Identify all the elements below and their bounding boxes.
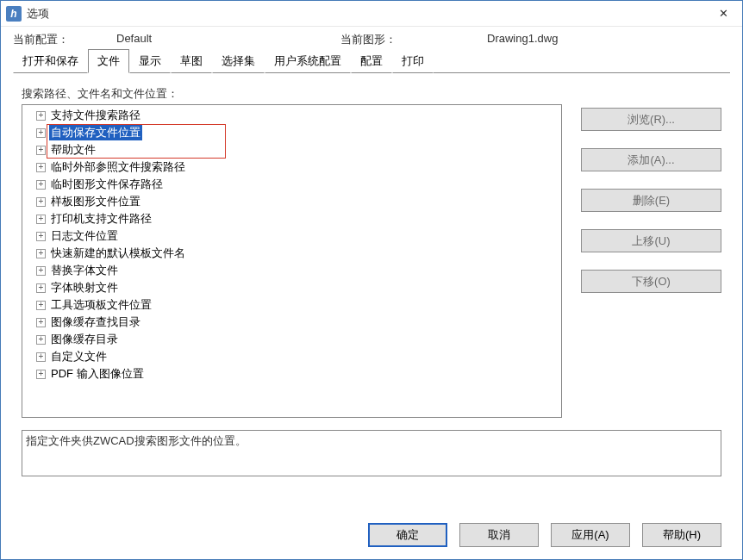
expand-icon[interactable]: + [36,163,46,172]
description-box: 指定文件夹供ZWCAD搜索图形文件的位置。 [22,430,721,476]
tree-item[interactable]: +字体映射文件 [22,279,561,296]
moveup-button[interactable]: 上移(U) [581,229,721,252]
expand-icon[interactable]: + [36,215,46,224]
tree-item-label: 工具选项板文件位置 [49,297,153,313]
footer: 确定 取消 应用(A) 帮助(H) [1,513,742,559]
expand-icon[interactable]: + [36,146,46,155]
tree-item[interactable]: +支持文件搜索路径 [22,107,561,124]
section-label: 搜索路径、文件名和文件位置： [22,86,721,102]
browse-button[interactable]: 浏览(R)... [581,108,721,131]
tree-item-label: PDF 输入图像位置 [49,366,146,382]
tab-7[interactable]: 打印 [392,49,434,73]
app-icon: h [6,6,22,22]
expand-icon[interactable]: + [36,128,46,138]
apply-button[interactable]: 应用(A) [551,523,630,547]
info-row: 当前配置： Default 当前图形： Drawing1.dwg [1,27,742,49]
tree-item-label: 图像缓存目录 [49,332,120,347]
tree-item[interactable]: +临时外部参照文件搜索路径 [22,159,561,176]
drawing-value: Drawing1.dwg [487,32,558,47]
ok-button[interactable]: 确定 [368,523,447,547]
drawing-label: 当前图形： [340,32,487,47]
tree-item-label: 自定义文件 [49,349,109,364]
tree-item[interactable]: +打印机支持文件路径 [22,210,561,227]
tab-5[interactable]: 用户系统配置 [265,49,351,73]
tree-item[interactable]: +帮助文件 [22,141,561,159]
cancel-button[interactable]: 取消 [459,523,539,547]
tree-item[interactable]: +PDF 输入图像位置 [22,365,561,383]
tab-3[interactable]: 草图 [171,49,212,73]
tab-4[interactable]: 选择集 [212,49,265,73]
tree-item-label: 支持文件搜索路径 [49,108,142,123]
profile-value: Default [116,32,340,47]
expand-icon[interactable]: + [36,335,46,345]
tree-item[interactable]: +自定义文件 [22,348,561,365]
tree-view[interactable]: +支持文件搜索路径+自动保存文件位置+帮助文件+临时外部参照文件搜索路径+临时图… [22,104,562,418]
titlebar: h 选项 ✕ [1,1,742,27]
expand-icon[interactable]: + [36,232,46,241]
expand-icon[interactable]: + [36,318,46,327]
tree-item[interactable]: +图像缓存目录 [22,331,561,348]
tree-item-label: 样板图形文件位置 [49,194,142,209]
close-button[interactable]: ✕ [704,1,742,27]
expand-icon[interactable]: + [36,352,46,362]
window-title: 选项 [27,6,49,22]
tab-0[interactable]: 打开和保存 [13,49,88,73]
tree-item-label: 字体映射文件 [49,280,120,296]
expand-icon[interactable]: + [36,370,46,379]
tree-item[interactable]: +快速新建的默认模板文件名 [22,245,561,262]
remove-button[interactable]: 删除(E) [581,189,721,212]
tree-item[interactable]: +自动保存文件位置 [22,124,561,141]
tree-item[interactable]: +日志文件位置 [22,227,561,245]
tree-item-label: 临时图形文件保存路径 [49,177,165,192]
tree-item[interactable]: +替换字体文件 [22,262,561,279]
movedown-button[interactable]: 下移(O) [581,270,721,293]
tab-6[interactable]: 配置 [351,49,392,73]
tab-2[interactable]: 显示 [129,49,171,73]
expand-icon[interactable]: + [36,197,46,207]
tree-item-label: 打印机支持文件路径 [49,211,153,227]
tree-item-label: 帮助文件 [49,142,97,158]
tab-strip: 打开和保存文件显示草图选择集用户系统配置配置打印 [1,49,742,74]
tab-1[interactable]: 文件 [88,49,129,73]
tree-item[interactable]: +工具选项板文件位置 [22,296,561,314]
description-text: 指定文件夹供ZWCAD搜索图形文件的位置。 [26,434,247,447]
expand-icon[interactable]: + [36,283,46,293]
help-button[interactable]: 帮助(H) [642,523,721,547]
side-buttons: 浏览(R)... 添加(A)... 删除(E) 上移(U) 下移(O) [581,104,721,418]
tree-item-label: 图像缓存查找目录 [49,314,142,330]
expand-icon[interactable]: + [36,266,46,276]
expand-icon[interactable]: + [36,249,46,258]
expand-icon[interactable]: + [36,180,46,190]
tree-item-label: 自动保存文件位置 [49,125,142,140]
add-button[interactable]: 添加(A)... [581,148,721,171]
tree-item[interactable]: +图像缓存查找目录 [22,314,561,331]
tree-item[interactable]: +临时图形文件保存路径 [22,176,561,193]
tree-item-label: 替换字体文件 [49,263,120,278]
expand-icon[interactable]: + [36,111,46,121]
tree-item-label: 日志文件位置 [49,228,120,244]
options-dialog: h 选项 ✕ 当前配置： Default 当前图形： Drawing1.dwg … [0,0,743,560]
profile-label: 当前配置： [13,32,116,47]
close-icon: ✕ [719,7,728,20]
tree-item-label: 快速新建的默认模板文件名 [49,246,187,261]
tree-item[interactable]: +样板图形文件位置 [22,193,561,210]
expand-icon[interactable]: + [36,301,46,310]
tree-item-label: 临时外部参照文件搜索路径 [49,159,187,175]
